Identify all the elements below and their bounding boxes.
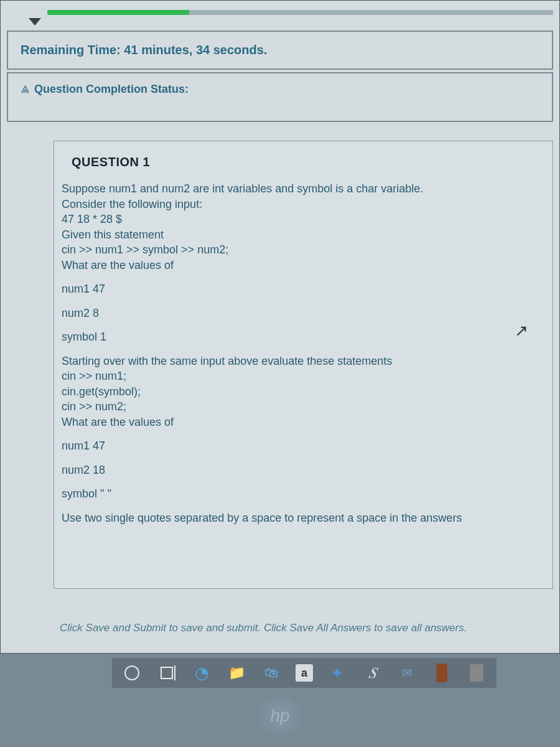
question-text: Consider the following input: (62, 197, 553, 212)
question-text: cin >> num1 >> symbol >> num2; (62, 243, 553, 257)
edge-browser-icon[interactable]: ◔ (191, 662, 212, 684)
answer-value: num1 47 (62, 439, 553, 453)
dropdown-arrow-icon[interactable] (29, 18, 41, 26)
timer-panel: Remaining Time: 41 minutes, 34 seconds. (7, 31, 553, 70)
dropbox-icon[interactable]: ✦ (327, 662, 348, 684)
answer-value: num2 8 (62, 306, 553, 321)
taskbar: ◔ 📁 🛍 a ✦ 𝑺 ✉ (112, 658, 497, 688)
question-text: Given this statement (62, 228, 553, 242)
question-text: Suppose num1 and num2 are int variables … (62, 182, 553, 196)
completion-status-label: Question Completion Status: (34, 83, 189, 96)
chevron-down-icon: ⩓ (21, 84, 30, 95)
question-text: cin.get(symbol); (62, 385, 553, 399)
answer-value: symbol 1 (62, 330, 553, 344)
document-app-icon[interactable] (466, 662, 487, 684)
content-frame: Remaining Time: 41 minutes, 34 seconds. … (0, 0, 560, 654)
paint-icon[interactable]: 𝑺 (362, 662, 383, 684)
task-view-icon[interactable] (156, 662, 177, 684)
mail-icon[interactable]: ✉ (396, 662, 418, 684)
question-text: cin >> num2; (62, 400, 553, 414)
hp-logo-icon: hp (258, 694, 302, 738)
answer-value: num1 47 (62, 282, 553, 296)
cortana-icon[interactable] (121, 662, 142, 684)
cursor-icon: ↖ (515, 321, 528, 341)
save-instruction: Click Save and Submit to save and submit… (60, 622, 550, 634)
question-panel: QUESTION 1 Suppose num1 and num2 are int… (54, 141, 553, 589)
microsoft-store-icon[interactable]: 🛍 (261, 662, 282, 684)
question-body: Suppose num1 and num2 are int variables … (54, 182, 553, 525)
remaining-time-label: Remaining Time: 41 minutes, 34 seconds. (21, 43, 539, 57)
question-text: cin >> num1; (62, 369, 553, 383)
answer-value: num2 18 (62, 463, 553, 477)
file-explorer-icon[interactable]: 📁 (226, 662, 247, 684)
question-text: 47 18 * 28 $ (62, 212, 553, 227)
question-text: What are the values of (62, 415, 553, 430)
question-title: QUESTION 1 (54, 141, 553, 181)
app-a-icon[interactable]: a (296, 664, 313, 682)
question-hint: Use two single quotes separated by a spa… (62, 511, 553, 525)
phone-app-icon[interactable] (431, 662, 452, 684)
question-text: What are the values of (62, 258, 553, 273)
completion-status-toggle[interactable]: ⩓ Question Completion Status: (21, 83, 539, 96)
answer-value: symbol " " (62, 487, 553, 501)
question-text: Starting over with the same input above … (62, 354, 553, 369)
completion-status-panel: ⩓ Question Completion Status: (7, 72, 553, 122)
progress-bar (47, 10, 553, 15)
